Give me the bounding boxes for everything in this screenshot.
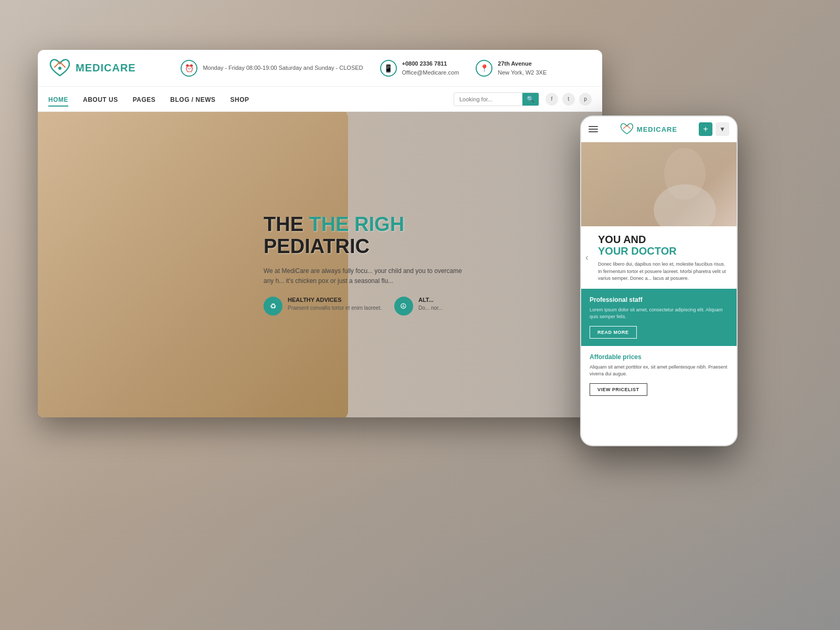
desktop-hero: THE THE RIGH PEDIATRIC We at MediCare ar…: [38, 112, 602, 417]
hero-title: THE THE RIGH PEDIATRIC: [264, 214, 574, 258]
alt-icon: ☮: [394, 297, 413, 316]
mobile-doctor-overlay: [581, 142, 737, 226]
mobile-slide-content: ‹ YOU AND YOUR DOCTOR Donec libero dui, …: [581, 226, 737, 289]
feature-healthy-advices: ♻ HEALTHY ADVICES Praesent convallis tor…: [264, 297, 382, 316]
pinterest-icon[interactable]: p: [579, 93, 592, 106]
mobile-slide-title: YOU AND YOUR DOCTOR: [590, 234, 728, 257]
nav-item-blog[interactable]: BLOG / NEWS: [170, 94, 215, 104]
nav-item-home[interactable]: HOME: [48, 94, 68, 104]
mobile-slide-text: Donec libero dui, dapibus non leo et, mo…: [590, 261, 728, 282]
schedule-info: ⏰ Monday - Friday 08:00-19:00 Saturday a…: [181, 60, 363, 77]
mobile-logo: MEDICARE: [620, 122, 677, 136]
feature-alt: ☮ ALT... Do... nor...: [394, 297, 443, 316]
phone-info: 📱 +0800 2336 7811 Office@Medicare.com: [380, 59, 459, 77]
search-box[interactable]: 🔍: [454, 92, 539, 106]
hamburger-line-2: [589, 129, 598, 130]
phone-text: +0800 2336 7811 Office@Medicare.com: [402, 59, 459, 77]
read-more-button[interactable]: READ MORE: [590, 326, 637, 339]
desktop-header: MEDICARE ⏰ Monday - Friday 08:00-19:00 S…: [38, 50, 602, 87]
healthy-advices-icon: ♻: [264, 297, 282, 316]
social-icons: f t p: [545, 93, 592, 106]
header-info: ⏰ Monday - Friday 08:00-19:00 Saturday a…: [136, 59, 592, 77]
clock-icon: ⏰: [181, 60, 197, 77]
view-pricelist-button[interactable]: VIEW PRICELIST: [590, 383, 647, 396]
logo-area: MEDICARE: [48, 57, 136, 80]
healthy-advices-text: HEALTHY ADVICES Praesent convallis torto…: [288, 297, 382, 312]
mobile-nav: MEDICARE + ▼: [581, 117, 737, 142]
mobile-logo-icon: [620, 122, 634, 136]
mobile-mockup: MEDICARE + ▼ ‹ YOU AND YOUR DOCTOR Donec…: [580, 116, 738, 446]
hero-features: ♻ HEALTHY ADVICES Praesent convallis tor…: [264, 297, 574, 316]
logo-text: MEDICARE: [76, 62, 136, 74]
professional-staff-text: Lorem ipsum dolor sit amet, consectetur …: [590, 307, 728, 321]
mobile-logo-text: MEDICARE: [637, 125, 677, 133]
mobile-affordable-prices-section: Affordable prices Aliquam sit amet portt…: [581, 346, 737, 403]
affordable-prices-title: Affordable prices: [590, 353, 728, 361]
facebook-icon[interactable]: f: [545, 93, 558, 106]
location-icon: 📍: [476, 60, 492, 77]
affordable-prices-text: Aliquam sit amet porttitor ex, sit amet …: [590, 364, 728, 378]
address-text: 27th Avenue New York, W2 3XE: [498, 59, 547, 77]
nav-item-about[interactable]: ABOUT US: [83, 94, 118, 104]
professional-staff-title: Professional staff: [590, 296, 728, 303]
hamburger-line-3: [589, 131, 598, 132]
mobile-down-button[interactable]: ▼: [716, 122, 729, 136]
mobile-hero-image: [581, 142, 737, 226]
svg-point-0: [58, 67, 61, 70]
mobile-plus-button[interactable]: +: [699, 122, 712, 136]
mobile-nav-right: + ▼: [699, 122, 729, 136]
alt-text: ALT... Do... nor...: [418, 297, 443, 312]
desktop-nav: HOME ABOUT US PAGES BLOG / NEWS SHOP 🔍 f: [38, 87, 602, 112]
nav-item-shop[interactable]: SHOP: [230, 94, 249, 104]
logo-icon: [48, 57, 71, 80]
hero-subtitle: We at MediCare are always fully focu... …: [264, 266, 463, 286]
mobile-prev-button[interactable]: ‹: [585, 252, 589, 263]
desktop-mockup: MEDICARE ⏰ Monday - Friday 08:00-19:00 S…: [38, 50, 602, 417]
schedule-text: Monday - Friday 08:00-19:00 Saturday and…: [203, 64, 363, 72]
mobile-professional-staff-section: Professional staff Lorem ipsum dolor sit…: [581, 289, 737, 346]
hero-content: THE THE RIGH PEDIATRIC We at MediCare ar…: [264, 214, 574, 316]
phone-icon: 📱: [380, 60, 397, 77]
nav-right: 🔍 f t p: [454, 92, 592, 106]
search-input[interactable]: [454, 94, 522, 104]
hamburger-menu[interactable]: [589, 126, 598, 132]
hamburger-line-1: [589, 126, 598, 127]
search-button[interactable]: 🔍: [522, 93, 539, 106]
address-info: 📍 27th Avenue New York, W2 3XE: [476, 59, 547, 77]
nav-links: HOME ABOUT US PAGES BLOG / NEWS SHOP: [48, 94, 249, 104]
twitter-icon[interactable]: t: [562, 93, 575, 106]
nav-item-pages[interactable]: PAGES: [133, 94, 156, 104]
